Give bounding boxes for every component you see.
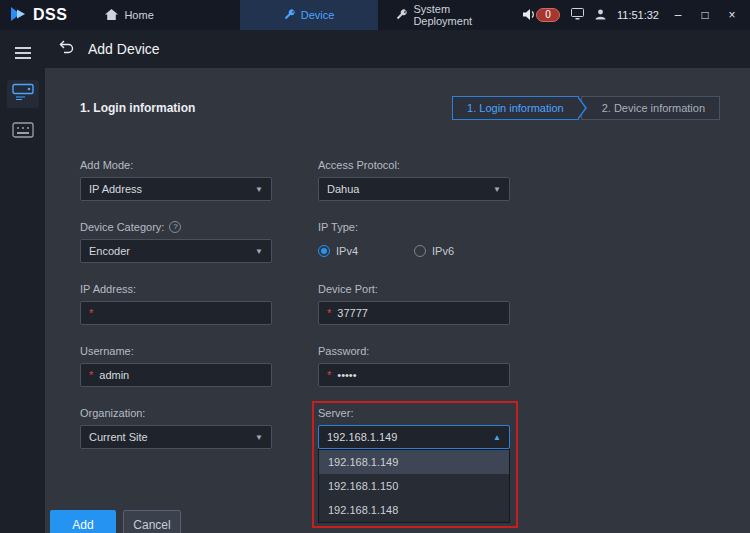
field-server: Server: 192.168.1.149 ▲ 192.168.1.149 19… xyxy=(318,406,510,449)
hamburger-icon xyxy=(15,47,31,49)
radio-checked-icon xyxy=(318,245,330,257)
device-port-input[interactable]: * 37777 xyxy=(318,301,510,325)
add-mode-value: IP Address xyxy=(89,183,142,195)
device-manager-icon xyxy=(12,83,34,105)
required-marker: * xyxy=(327,369,331,381)
device-category-value: Encoder xyxy=(89,245,130,257)
form-footer: Add Cancel xyxy=(50,510,181,533)
username-value: admin xyxy=(99,369,129,381)
cancel-button[interactable]: Cancel xyxy=(123,510,181,533)
required-marker: * xyxy=(89,307,93,319)
close-button[interactable]: × xyxy=(724,8,740,22)
nav-tab-home-label: Home xyxy=(124,9,153,21)
add-mode-label: Add Mode: xyxy=(80,158,272,172)
page-title: Add Device xyxy=(88,41,160,57)
chevron-down-icon: ▼ xyxy=(255,185,263,194)
left-sidebar xyxy=(0,30,45,533)
server-select[interactable]: 192.168.1.149 ▲ xyxy=(318,425,510,449)
maximize-button[interactable]: □ xyxy=(697,8,713,22)
device-port-label: Device Port: xyxy=(318,282,510,296)
add-button[interactable]: Add xyxy=(50,510,116,533)
chevron-down-icon: ▼ xyxy=(255,433,263,442)
monitor-icon[interactable] xyxy=(571,8,584,22)
menu-button[interactable] xyxy=(12,44,34,62)
ip-address-label: IP Address: xyxy=(80,282,272,296)
server-option-3[interactable]: 192.168.1.148 xyxy=(319,498,509,522)
organization-value: Current Site xyxy=(89,431,148,443)
back-button[interactable] xyxy=(59,40,74,58)
dss-logo-icon xyxy=(8,5,30,25)
help-icon[interactable]: ? xyxy=(169,221,181,233)
chevron-up-icon: ▲ xyxy=(493,433,501,442)
ip-type-label: IP Type: xyxy=(318,220,510,234)
radio-unchecked-icon xyxy=(414,245,426,257)
ipv4-radio[interactable]: IPv4 xyxy=(318,245,358,257)
ipv6-radio[interactable]: IPv6 xyxy=(414,245,454,257)
password-label: Password: xyxy=(318,344,510,358)
server-value: 192.168.1.149 xyxy=(327,431,397,443)
home-icon xyxy=(105,9,118,22)
access-protocol-value: Dahua xyxy=(327,183,359,195)
device-category-select[interactable]: Encoder ▼ xyxy=(80,239,272,263)
chevron-down-icon: ▼ xyxy=(255,247,263,256)
username-input[interactable]: * admin xyxy=(80,363,272,387)
field-organization: Organization: Current Site ▼ xyxy=(80,406,272,449)
titlebar-right-cluster: 0 11:51:32 – □ × xyxy=(523,8,750,23)
field-ip-type: IP Type: IPv4 IPv6 xyxy=(318,220,510,263)
step-device-label: 2. Device information xyxy=(602,102,705,114)
access-protocol-select[interactable]: Dahua ▼ xyxy=(318,177,510,201)
app-logo: DSS xyxy=(0,5,79,25)
encoder-icon xyxy=(12,122,34,142)
add-mode-select[interactable]: IP Address ▼ xyxy=(80,177,272,201)
server-option-1[interactable]: 192.168.1.149 xyxy=(319,450,509,474)
chevron-down-icon: ▼ xyxy=(493,185,501,194)
field-device-port: Device Port: * 37777 xyxy=(318,282,510,325)
nav-tab-system-deployment-label: System Deployment xyxy=(413,3,511,27)
organization-label: Organization: xyxy=(80,406,272,420)
field-add-mode: Add Mode: IP Address ▼ xyxy=(80,158,272,201)
back-arrow-icon xyxy=(59,40,74,58)
sidebar-item-encoder[interactable] xyxy=(7,118,39,146)
field-ip-address: IP Address: * xyxy=(80,282,272,325)
organization-select[interactable]: Current Site ▼ xyxy=(80,425,272,449)
step-login-label: 1. Login information xyxy=(467,102,564,114)
deployment-wrench-icon xyxy=(396,9,407,22)
ipv4-label: IPv4 xyxy=(336,245,358,257)
device-port-value: 37777 xyxy=(337,307,368,319)
user-icon[interactable] xyxy=(595,9,606,22)
password-value: ••••• xyxy=(337,369,356,381)
nav-tab-device-label: Device xyxy=(301,9,335,21)
sidebar-item-device-manager[interactable] xyxy=(7,80,39,108)
nav-tab-home[interactable]: Home xyxy=(89,0,169,30)
alarm-count-badge: 0 xyxy=(536,8,560,22)
add-device-form: 1. Login information 1. Login informatio… xyxy=(45,68,750,533)
minimize-button[interactable]: – xyxy=(670,8,686,22)
required-marker: * xyxy=(327,307,331,319)
step-device-information[interactable]: 2. Device information xyxy=(581,96,720,120)
field-device-category: Device Category: ? Encoder ▼ xyxy=(80,220,272,263)
server-dropdown-panel: 192.168.1.149 192.168.1.150 192.168.1.14… xyxy=(318,449,510,523)
password-input[interactable]: * ••••• xyxy=(318,363,510,387)
server-option-2[interactable]: 192.168.1.150 xyxy=(319,474,509,498)
wrench-icon xyxy=(284,9,295,22)
ipv6-label: IPv6 xyxy=(432,245,454,257)
device-category-label: Device Category: ? xyxy=(80,220,272,234)
ip-address-input[interactable]: * xyxy=(80,301,272,325)
section-title: 1. Login information xyxy=(80,101,195,115)
access-protocol-label: Access Protocol: xyxy=(318,158,510,172)
server-label: Server: xyxy=(318,406,510,420)
titlebar: DSS Home Device System Deployment 0 xyxy=(0,0,750,30)
username-label: Username: xyxy=(80,344,272,358)
required-marker: * xyxy=(89,369,93,381)
nav-tab-device[interactable]: Device xyxy=(240,0,379,30)
page-header: Add Device xyxy=(45,30,750,68)
field-password: Password: * ••••• xyxy=(318,344,510,387)
field-access-protocol: Access Protocol: Dahua ▼ xyxy=(318,158,510,201)
alarm-center-button[interactable]: 0 xyxy=(523,8,560,23)
step-indicator: 1. Login information 2. Device informati… xyxy=(452,96,720,120)
nav-tab-system-deployment[interactable]: System Deployment xyxy=(384,0,523,30)
field-username: Username: * admin xyxy=(80,344,272,387)
clock: 11:51:32 xyxy=(617,9,659,21)
app-logo-text: DSS xyxy=(33,6,67,24)
step-login-information[interactable]: 1. Login information xyxy=(452,96,579,120)
